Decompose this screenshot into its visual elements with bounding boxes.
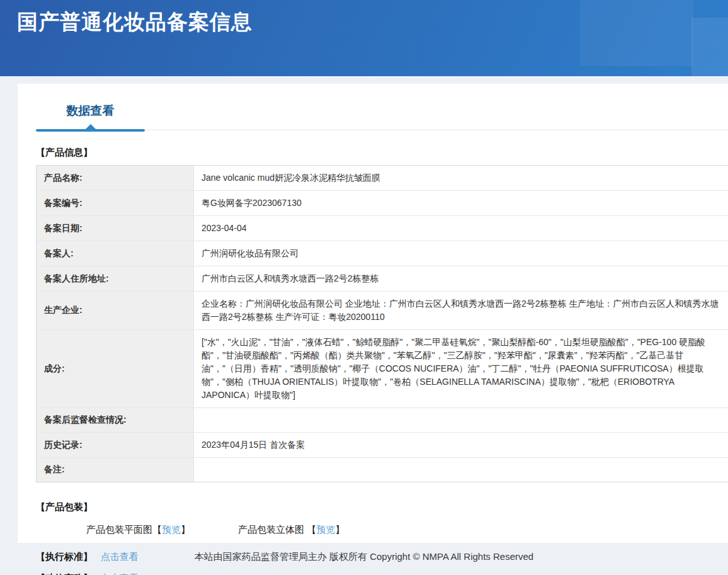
row-value: Jane volcanic mud妍泥冷泉冰泥精华抗皱面膜 [194, 166, 728, 190]
row-label: 备案编号: [37, 191, 194, 215]
row-value-text: 粤G妆网备字2023067130 [202, 196, 302, 210]
row-value-text: ["水"，"火山泥"，"甘油"，"液体石蜡"，"鲸蜡硬脂醇"，"聚二甲基硅氧烷"… [202, 336, 724, 402]
packaging-row: 产品包装平面图【预览】产品包装立体图 【预览】 [86, 524, 728, 536]
row-value: 广州市白云区人和镇秀水塘西一路2号2栋整栋 [194, 266, 728, 291]
tab-data-view-label: 数据查看 [67, 104, 115, 117]
table-row: 产品名称: Jane volcanic mud妍泥冷泉冰泥精华抗皱面膜 [37, 166, 728, 191]
row-label: 备注: [37, 458, 194, 482]
row-value: 广州润研化妆品有限公司 [194, 241, 728, 266]
bracket-close: 】 [335, 524, 344, 535]
row-label: 历史记录: [37, 433, 194, 457]
table-row: 备案人住所地址: 广州市白云区人和镇秀水塘西一路2号2栋整栋 [37, 266, 728, 292]
bracket-open: 【 [152, 524, 162, 535]
row-value: ["水"，"火山泥"，"甘油"，"液体石蜡"，"鲸蜡硬脂醇"，"聚二甲基硅氧烷"… [194, 330, 728, 407]
page-header: 国产普通化妆品备案信息 [0, 0, 728, 76]
table-row: 历史记录: 2023年04月15日 首次备案 [37, 433, 728, 458]
row-value-text: Jane volcanic mud妍泥冷泉冰泥精华抗皱面膜 [202, 171, 380, 185]
efficacy-claim-label: 【功效宣称】 [36, 572, 93, 575]
row-value-text: 广州市白云区人和镇秀水塘西一路2号2栋整栋 [202, 272, 379, 285]
page: 国产普通化妆品备案信息 数据查看 【产品信息】 产品名称: Jane volca… [0, 0, 728, 575]
packaging-flat-label: 产品包装平面图 [86, 524, 152, 535]
row-value: 2023-04-04 [194, 216, 728, 241]
bracket-open: 【 [307, 524, 316, 535]
row-value-text: 2023-04-04 [202, 222, 247, 235]
row-value [194, 458, 728, 482]
executive-standard-link[interactable]: 点击查看 [101, 551, 139, 562]
packaging-stereo-preview-link[interactable]: 预览 [316, 524, 335, 535]
tab-data-view[interactable]: 数据查看 [36, 103, 145, 130]
table-row: 备案人: 广州润研化妆品有限公司 [37, 241, 728, 266]
row-value-text: 企业名称：广州润研化妆品有限公司 企业地址：广州市白云区人和镇秀水塘西一路2号2… [202, 297, 724, 324]
row-value-text: 2023年04月15日 首次备案 [202, 438, 305, 452]
packaging-section-title: 【产品包装】 [36, 501, 728, 513]
row-label: 备案后监督检查情况: [37, 408, 194, 432]
executive-standard-label: 【执行标准】 [36, 551, 93, 562]
row-value: 粤G妆网备字2023067130 [194, 191, 728, 215]
header-decoration [580, 0, 693, 66]
row-label: 备案人: [37, 241, 194, 266]
row-value-text: 广州润研化妆品有限公司 [202, 247, 299, 260]
packaging-flat-preview-link[interactable]: 预览 [162, 524, 181, 535]
footer-text: 本站由国家药品监督管理局主办 版权所有 Copyright © NMPA All… [195, 551, 533, 562]
row-label: 产品名称: [37, 166, 194, 190]
row-label: 成分: [37, 330, 194, 407]
table-row: 备案日期: 2023-04-04 [37, 216, 728, 241]
content-card: 数据查看 【产品信息】 产品名称: Jane volcanic mud妍泥冷泉冰… [18, 84, 728, 543]
bracket-close: 】 [181, 524, 190, 535]
row-value: 2023年04月15日 首次备案 [194, 433, 728, 457]
row-value [194, 408, 728, 432]
packaging-stereo-label: 产品包装立体图 [238, 524, 304, 535]
table-row: 备案编号: 粤G妆网备字2023067130 [37, 191, 728, 216]
table-row: 备注: [37, 458, 728, 482]
table-row: 生产企业: 企业名称：广州润研化妆品有限公司 企业地址：广州市白云区人和镇秀水塘… [37, 292, 728, 330]
efficacy-claim-link[interactable]: 点击查看 [101, 572, 139, 575]
tab-bar: 数据查看 [36, 103, 728, 130]
header-decoration [691, 18, 728, 76]
table-row: 备案后监督检查情况: [37, 408, 728, 433]
product-info-table: 产品名称: Jane volcanic mud妍泥冷泉冰泥精华抗皱面膜 备案编号… [36, 165, 728, 482]
row-label: 备案日期: [37, 216, 194, 241]
table-row: 成分: ["水"，"火山泥"，"甘油"，"液体石蜡"，"鲸蜡硬脂醇"，"聚二甲基… [37, 330, 728, 408]
row-value: 企业名称：广州润研化妆品有限公司 企业地址：广州市白云区人和镇秀水塘西一路2号2… [194, 292, 728, 329]
product-info-section-title: 【产品信息】 [36, 147, 728, 159]
row-label: 生产企业: [37, 292, 194, 329]
row-label: 备案人住所地址: [37, 266, 194, 291]
